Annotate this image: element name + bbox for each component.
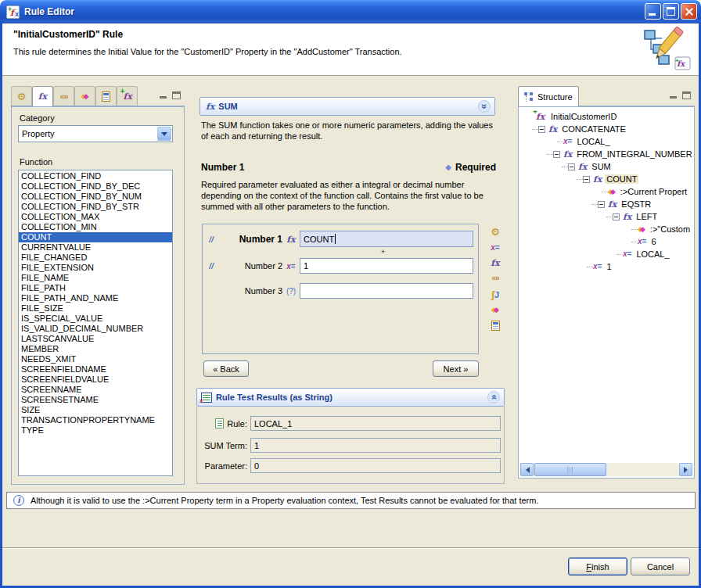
maximize-button[interactable]	[663, 3, 679, 20]
tree-item[interactable]: EQSTR	[520, 198, 692, 210]
scrollbar-thumb[interactable]	[534, 463, 606, 476]
parameter-heading: Number 1	[201, 162, 244, 173]
unknown-type-icon[interactable]	[286, 288, 296, 296]
xeq-icon	[593, 263, 602, 271]
number-2-input[interactable]: 1	[300, 258, 473, 274]
scroll-right-button[interactable]	[679, 463, 692, 476]
tree-item[interactable]: FROM_INTEGRAL_NUMBER	[520, 148, 692, 160]
function-item[interactable]: FILE_PATH_AND_NAME	[19, 293, 172, 303]
tree-collapse-toggle[interactable]	[613, 213, 620, 220]
tree-collapse-toggle[interactable]	[583, 176, 590, 183]
diamonds-icon	[608, 188, 616, 195]
tree-item[interactable]: 6	[520, 235, 692, 248]
function-item[interactable]: MEMBER	[19, 344, 172, 354]
function-item[interactable]: SIZE	[19, 405, 172, 415]
gear-icon[interactable]	[491, 227, 500, 237]
function-item[interactable]: COLLECTION_MAX	[19, 212, 172, 222]
panel-minimize-button[interactable]	[159, 91, 168, 100]
function-item[interactable]: COLLECTION_FIND_BY_DEC	[19, 181, 172, 192]
tree-collapse-toggle[interactable]	[568, 163, 575, 170]
tree-item[interactable]: LEFT	[520, 210, 692, 223]
tab-clipboard[interactable]	[95, 86, 117, 106]
chevron-diamond-icon[interactable]	[491, 274, 498, 282]
tree-item[interactable]: CONCATENATE	[520, 123, 692, 135]
info-message: Although it is valid to use the :>Curren…	[31, 496, 538, 505]
tab-properties[interactable]	[74, 86, 95, 106]
function-item[interactable]: COUNT	[19, 232, 172, 242]
function-item[interactable]: FILE_PATH	[19, 283, 172, 293]
title-bar[interactable]: + f x Rule Editor	[0, 0, 701, 23]
structure-tree[interactable]: InitialCustomerIDCONCATENATELOCAL_FROM_I…	[520, 110, 692, 462]
tree-item[interactable]: :>"Custom	[520, 223, 692, 235]
tree-item[interactable]: COUNT	[520, 173, 692, 185]
script-icon[interactable]	[491, 289, 499, 299]
function-item[interactable]: IS_VALID_DECIMAL_NUMBER	[19, 324, 172, 334]
function-list[interactable]: COLLECTION_FINDCOLLECTION_FIND_BY_DECCOL…	[18, 170, 173, 476]
tab-functions[interactable]	[32, 86, 53, 106]
close-button[interactable]	[681, 3, 697, 20]
function-item[interactable]: SCREENNAME	[19, 385, 172, 395]
function-item[interactable]: CURRENTVALUE	[19, 242, 172, 253]
parameter-result-field[interactable]: 0	[250, 458, 501, 473]
function-item[interactable]: COLLECTION_FIND_BY_STR	[19, 202, 172, 212]
function-item[interactable]: FILE_NAME	[19, 273, 172, 283]
function-item[interactable]: COLLECTION_MIN	[19, 222, 172, 232]
function-item[interactable]: LASTSCANVALUE	[19, 334, 172, 344]
function-item[interactable]: FILE_SIZE	[19, 303, 172, 314]
function-item[interactable]: FILE_EXTENSION	[19, 263, 172, 273]
literal-icon[interactable]	[491, 244, 499, 252]
function-item[interactable]: TYPE	[19, 425, 172, 436]
panel-minimize-button[interactable]	[669, 91, 678, 100]
comment-icon[interactable]	[209, 235, 214, 244]
function-item[interactable]: SCREENFIELDVALUE	[19, 375, 172, 385]
clipboard-icon[interactable]	[491, 321, 500, 331]
function-icon[interactable]	[491, 259, 499, 267]
tree-item[interactable]: InitialCustomerID	[520, 110, 692, 123]
horizontal-scrollbar[interactable]	[520, 463, 692, 476]
panel-maximize-button[interactable]	[682, 91, 692, 100]
function-name: SUM	[218, 102, 237, 111]
tree-item[interactable]: SUM	[520, 160, 692, 173]
tree-item[interactable]: LOCAL_	[520, 135, 692, 148]
palette-tabstrip	[11, 86, 185, 106]
rule-editor-dialog: + f x Rule Editor "InitialCustomerID" Ru…	[0, 0, 701, 588]
tab-operators[interactable]	[53, 86, 74, 106]
comment-icon[interactable]	[209, 262, 214, 271]
tab-settings[interactable]	[11, 86, 32, 106]
collapse-section-button[interactable]: »	[478, 100, 491, 113]
function-item[interactable]: SCREENFIELDNAME	[19, 364, 172, 375]
tree-collapse-toggle[interactable]	[538, 126, 545, 133]
tree-collapse-toggle[interactable]	[598, 201, 605, 208]
tab-structure[interactable]: Structure	[518, 86, 579, 106]
function-item[interactable]: FILE_CHANGED	[19, 253, 172, 263]
function-item[interactable]: IS_SPECIAL_VALUE	[19, 314, 172, 324]
panel-maximize-button[interactable]	[172, 91, 182, 100]
number-1-input[interactable]: COUNT	[300, 231, 473, 247]
function-item[interactable]: SCREENSETNAME	[19, 395, 172, 405]
scroll-left-button[interactable]	[520, 463, 534, 476]
tree-item[interactable]: LOCAL_	[520, 248, 692, 260]
tree-item[interactable]: 1	[520, 260, 692, 273]
function-item[interactable]: COLLECTION_FIND	[19, 171, 172, 181]
minimize-button[interactable]	[645, 3, 661, 20]
number-3-input[interactable]	[300, 283, 473, 299]
diamonds-icon[interactable]	[491, 307, 499, 314]
finish-button[interactable]: Finish	[568, 558, 627, 575]
function-type-icon[interactable]	[286, 235, 295, 244]
cancel-button[interactable]: Cancel	[631, 558, 690, 575]
dropdown-button[interactable]	[157, 127, 171, 141]
function-item[interactable]: TRANSACTIONPROPERTYNAME	[19, 415, 172, 425]
tree-collapse-toggle[interactable]	[553, 151, 560, 158]
collapse-section-button[interactable]: »	[487, 391, 500, 403]
rule-result-field[interactable]: LOCAL_1	[250, 416, 501, 431]
function-item[interactable]: COLLECTION_FIND_BY_NUM	[19, 192, 172, 202]
back-button[interactable]: « Back	[203, 360, 249, 377]
sum-term-result-field[interactable]: 1	[250, 438, 501, 453]
function-item[interactable]: NEEDS_XMIT	[19, 354, 172, 364]
tree-item[interactable]: :>Current Propert	[520, 185, 692, 198]
category-dropdown[interactable]: Property	[18, 125, 173, 142]
literal-type-icon[interactable]	[286, 263, 295, 271]
tab-new-function[interactable]	[117, 86, 138, 106]
function-icon	[206, 102, 214, 111]
next-button[interactable]: Next »	[433, 360, 479, 377]
